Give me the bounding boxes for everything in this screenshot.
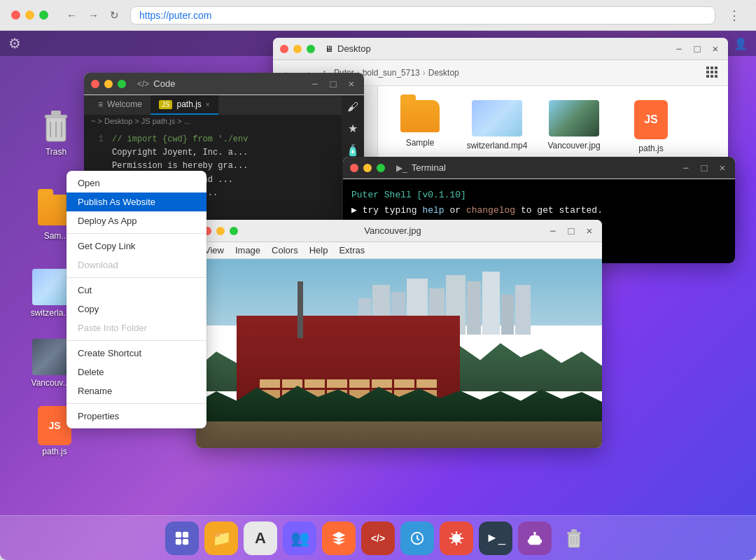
taskbar-stack[interactable] [322, 522, 356, 555]
tab-welcome[interactable]: ≡ Welcome [90, 95, 150, 115]
user-icon[interactable]: 👤 [734, 37, 748, 50]
files-taskbar-icon: 📁 [212, 529, 231, 547]
welcome-tab-icon: ≡ [98, 99, 103, 109]
taskbar-trash[interactable] [557, 522, 591, 555]
sample-file-label: Sample [406, 138, 435, 148]
ctx-get-copy-link[interactable]: Get Copy Link [66, 237, 206, 255]
ctx-download: Download [66, 255, 206, 274]
tab-path-js[interactable]: JS path.js × [150, 95, 218, 115]
image-win-max-btn[interactable]: □ [566, 225, 577, 237]
image-win-maximize[interactable] [230, 227, 238, 235]
svg-rect-12 [706, 75, 709, 78]
taskbar-fonts[interactable]: A [244, 522, 277, 555]
ctx-deploy-as-app[interactable]: Deploy As App [66, 211, 206, 230]
maximize-traffic-light[interactable] [39, 10, 48, 20]
breadcrumb-item-user[interactable]: bold_sun_5713 [363, 68, 420, 78]
image-win-traffic-lights [203, 227, 238, 235]
desktop-win-min-btn[interactable]: − [673, 43, 685, 55]
address-bar[interactable]: https://puter.com [130, 6, 715, 24]
taskbar-puter[interactable] [518, 522, 552, 555]
file-item-sample[interactable]: Sample [392, 100, 448, 148]
ctx-open[interactable]: Open [66, 174, 206, 192]
paintbrush-icon[interactable]: 🖌 [347, 101, 358, 113]
desktop-win-max-btn[interactable]: □ [692, 43, 703, 55]
minimize-traffic-light[interactable] [25, 10, 34, 20]
svg-rect-15 [176, 531, 181, 537]
ctx-copy[interactable]: Copy [66, 300, 206, 318]
image-win-min-btn[interactable]: − [547, 225, 559, 237]
taskbar-users[interactable]: 👥 [283, 522, 316, 555]
vancouver-file-icon [549, 100, 599, 136]
terminal-win-maximize[interactable] [377, 164, 385, 172]
file-item-switzerland[interactable]: switzerland.mp4 [469, 100, 525, 150]
desktop-win-close[interactable] [280, 45, 288, 53]
forward-button[interactable]: → [85, 8, 102, 23]
desktop-win-x-btn[interactable]: × [710, 43, 721, 55]
ctx-publish-as-website[interactable]: Publish As Website [66, 192, 206, 211]
code-win-close[interactable] [91, 80, 99, 88]
code-win-traffic-lights [91, 80, 126, 88]
svg-rect-16 [183, 531, 188, 537]
code-line-2: Copyright Joyent, Inc. a... [92, 146, 356, 160]
file-item-vancouver[interactable]: Vancouver.jpg [546, 100, 602, 150]
terminal-win-min-btn[interactable]: − [680, 162, 692, 174]
code-win-minimize[interactable] [104, 80, 113, 88]
taskbar-app-grid[interactable] [165, 522, 199, 555]
ctx-properties[interactable]: Properties [66, 407, 206, 426]
path-js-tab-close[interactable]: × [206, 101, 210, 108]
trash-label: Trash [46, 147, 66, 157]
desktop-win-maximize[interactable] [307, 45, 315, 53]
code-taskbar-icon: </> [371, 533, 385, 544]
switzerland-file-label: switzerland.mp4 [467, 141, 528, 150]
ctx-cut[interactable]: Cut [66, 281, 206, 300]
taskbar-files[interactable]: 📁 [204, 522, 238, 555]
image-menu-colors[interactable]: Colors [272, 245, 298, 255]
taskbar-code[interactable]: </> [361, 522, 395, 555]
terminal-titlebar: ▶_ Terminal − □ × [343, 157, 735, 179]
terminal-win-x-btn[interactable]: × [717, 162, 728, 174]
code-window-titlebar: </> Code − □ × [84, 73, 364, 95]
breadcrumb-item-desktop[interactable]: Desktop [428, 68, 459, 78]
taskbar-clock[interactable] [400, 522, 434, 555]
ctx-create-shortcut[interactable]: Create Shortcut [66, 344, 206, 363]
desktop-win-minimize[interactable] [293, 45, 302, 53]
browser-menu-button[interactable]: ⋮ [724, 6, 745, 24]
ctx-rename[interactable]: Rename [66, 382, 206, 400]
path-js-label: path.js [42, 447, 66, 456]
refresh-button[interactable]: ↻ [107, 8, 122, 23]
taskbar-record[interactable] [440, 522, 473, 555]
image-menu-help[interactable]: Help [309, 245, 328, 255]
desktop-window-traffic-lights [280, 45, 315, 53]
terminal-win-max-btn[interactable]: □ [699, 162, 710, 174]
code-win-x-btn[interactable]: × [346, 78, 357, 90]
file-item-path-js[interactable]: JS path.js [623, 100, 679, 153]
code-line-1: 1 // import {cwd} from './env [92, 133, 356, 146]
switzerland-file-icon [472, 100, 522, 136]
path-js-file-label: path.js [638, 144, 663, 153]
image-menu-extras[interactable]: Extras [339, 245, 365, 255]
svg-rect-13 [710, 75, 713, 78]
svg-rect-6 [706, 66, 709, 69]
path-js-file-icon: JS [634, 100, 668, 139]
image-win-x-btn[interactable]: × [584, 225, 595, 237]
image-content [196, 259, 602, 448]
image-menu-view[interactable]: View [204, 245, 224, 255]
bottle-icon[interactable]: 🧴 [346, 144, 360, 157]
close-traffic-light[interactable] [11, 10, 20, 20]
terminal-win-minimize[interactable] [363, 164, 372, 172]
code-win-maximize[interactable] [118, 80, 126, 88]
desktop-window-title: Desktop [337, 43, 371, 54]
terminal-win-close[interactable] [350, 164, 358, 172]
desktop-icon-trash[interactable]: Trash [28, 108, 84, 157]
code-win-min-btn[interactable]: − [309, 78, 321, 90]
code-win-max-btn[interactable]: □ [328, 78, 339, 90]
trash-icon [38, 108, 74, 144]
ctx-delete[interactable]: Delete [66, 363, 206, 382]
image-menu-image[interactable]: Image [235, 245, 260, 255]
svg-rect-18 [183, 538, 188, 544]
terminal-window-title: Terminal [412, 162, 446, 173]
image-win-minimize[interactable] [216, 227, 225, 235]
back-button[interactable]: ← [64, 8, 80, 23]
star-icon[interactable]: ★ [348, 122, 358, 135]
taskbar-terminal[interactable]: ►_ [479, 522, 512, 555]
